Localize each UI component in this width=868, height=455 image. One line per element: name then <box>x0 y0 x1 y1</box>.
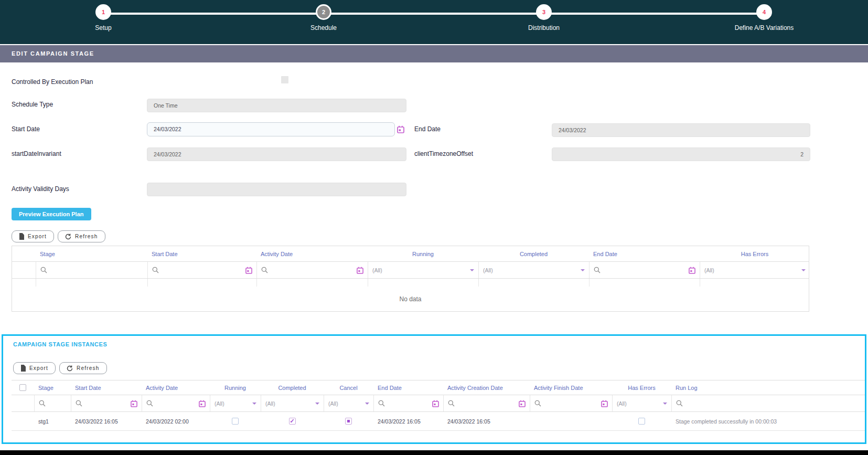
select-all-checkbox[interactable] <box>19 384 26 391</box>
filter-activity-date[interactable] <box>256 262 368 278</box>
step-number: 2 <box>322 9 325 15</box>
search-icon <box>534 400 541 407</box>
step-schedule[interactable]: 2 Schedule <box>282 4 366 31</box>
column-header-running[interactable]: Running <box>210 385 261 391</box>
filter-run-log[interactable] <box>671 395 865 411</box>
calendar-icon[interactable] <box>519 400 526 407</box>
filter-end-date[interactable] <box>373 395 443 411</box>
controlled-by-execution-plan-checkbox[interactable] <box>281 76 288 83</box>
column-header-start-date[interactable]: Start Date <box>147 251 256 257</box>
filter-activity-finish-date[interactable] <box>530 395 612 411</box>
refresh-icon <box>65 234 71 240</box>
client-timezone-offset-label: clientTimezoneOffset <box>414 150 473 157</box>
start-date-invariant-input: 24/03/2022 <box>147 147 406 161</box>
filter-running-select[interactable]: (All) <box>210 395 261 411</box>
column-header-has-errors[interactable]: Has Errors <box>612 385 671 391</box>
column-header-end-date[interactable]: End Date <box>589 251 700 257</box>
filter-running-select[interactable]: (All) <box>368 262 478 278</box>
calendar-icon[interactable] <box>601 400 608 407</box>
filter-has-errors-select[interactable]: (All) <box>700 262 810 278</box>
step-circle[interactable]: 1 <box>95 4 111 20</box>
activity-validity-days-input <box>147 183 406 196</box>
filter-stage[interactable] <box>34 395 71 411</box>
refresh-button[interactable]: Refresh <box>58 230 105 242</box>
column-header-stage[interactable]: Stage <box>34 385 71 391</box>
filter-start-date[interactable] <box>71 395 142 411</box>
search-icon <box>594 267 601 273</box>
column-header-completed[interactable]: Completed <box>261 385 324 391</box>
filter-completed-select[interactable]: (All) <box>478 262 589 278</box>
calendar-icon[interactable] <box>357 267 363 274</box>
cell-cancel <box>324 418 373 425</box>
search-icon <box>76 400 82 407</box>
empty-filter-cell <box>12 262 36 278</box>
filter-activity-creation-date[interactable] <box>443 395 530 411</box>
column-header-activity-date[interactable]: Activity Date <box>256 251 368 257</box>
calendar-icon[interactable] <box>199 400 206 407</box>
calendar-icon[interactable] <box>432 400 439 407</box>
export-button[interactable]: Export <box>12 230 54 242</box>
step-circle[interactable]: 3 <box>536 4 552 20</box>
refresh-icon <box>67 365 73 372</box>
select-all-cell[interactable] <box>12 384 34 391</box>
export-label: Export <box>29 365 48 371</box>
column-header-activity-finish-date[interactable]: Activity Finish Date <box>530 385 612 391</box>
plan-table-toolbar: Export Refresh <box>12 230 105 242</box>
step-circle[interactable]: 4 <box>756 4 772 20</box>
step-circle[interactable]: 2 <box>316 4 331 20</box>
calendar-icon[interactable] <box>131 400 137 407</box>
schedule-type-input: One Time <box>147 99 406 112</box>
instances-grid: Stage Start Date Activity Date Running C… <box>12 380 865 431</box>
campaign-stage-instances-section: CAMPAIGN STAGE INSTANCES Export Refresh … <box>2 334 866 444</box>
column-header-activity-date[interactable]: Activity Date <box>142 385 210 391</box>
grid-filter-row: (All) (All) (All) (All) <box>12 395 865 412</box>
step-distribution[interactable]: 3 Distribution <box>502 4 586 31</box>
filter-end-date[interactable] <box>589 262 700 278</box>
start-date-invariant-label: startDateInvariant <box>12 150 61 157</box>
stepper-connector-line <box>103 13 764 15</box>
refresh-label: Refresh <box>77 365 99 371</box>
filter-stage[interactable] <box>36 262 147 278</box>
step-define-ab-variations[interactable]: 4 Define A/B Variations <box>722 4 806 31</box>
campaign-stage-instances-title: CAMPAIGN STAGE INSTANCES <box>13 341 107 347</box>
filter-cancel-select[interactable]: (All) <box>324 395 373 411</box>
step-setup[interactable]: 1 Setup <box>61 4 145 31</box>
column-header-run-log[interactable]: Run Log <box>671 385 865 391</box>
column-header-running[interactable]: Running <box>368 251 478 257</box>
filter-activity-date[interactable] <box>142 395 210 411</box>
chevron-down-icon <box>470 269 474 271</box>
grid-filter-row: (All) (All) (All) <box>12 262 809 279</box>
execution-plan-grid: Stage Start Date Activity Date Running C… <box>12 246 809 312</box>
filter-start-date[interactable] <box>147 262 256 278</box>
calendar-icon[interactable] <box>689 267 695 274</box>
step-number: 1 <box>102 9 105 15</box>
column-header-completed[interactable]: Completed <box>478 251 589 257</box>
column-header-end-date[interactable]: End Date <box>373 385 443 391</box>
column-header-cancel[interactable]: Cancel <box>324 385 373 391</box>
column-header-activity-creation-date[interactable]: Activity Creation Date <box>443 385 530 391</box>
cell-run-log: Stage completed successfully in 00:00:03 <box>671 418 865 425</box>
column-header-start-date[interactable]: Start Date <box>71 385 142 391</box>
table-row[interactable]: stg1 24/03/2022 16:05 24/03/2022 02:00 ✓… <box>12 412 865 431</box>
export-file-icon <box>20 365 26 372</box>
empty-filter-cell <box>12 395 34 411</box>
wizard-header: 1 Setup 2 Schedule 3 Distribution 4 Defi… <box>0 0 868 44</box>
column-header-has-errors[interactable]: Has Errors <box>700 251 810 257</box>
calendar-icon[interactable] <box>245 267 252 274</box>
start-date-input[interactable]: 24/03/2022 <box>147 122 395 136</box>
calendar-icon[interactable] <box>397 125 404 133</box>
cell-start-date: 24/03/2022 16:05 <box>71 418 142 425</box>
column-header-stage[interactable]: Stage <box>36 251 147 257</box>
refresh-button[interactable]: Refresh <box>59 362 106 374</box>
checkbox-unchecked <box>638 418 645 425</box>
cell-stage: stg1 <box>34 418 71 425</box>
preview-execution-plan-button[interactable]: Preview Execution Plan <box>12 208 91 220</box>
search-icon <box>676 400 683 407</box>
page-title: EDIT CAMPAIGN STAGE <box>0 45 868 62</box>
search-icon <box>261 267 268 273</box>
search-icon <box>448 400 455 407</box>
edit-campaign-stage-page: 1 Setup 2 Schedule 3 Distribution 4 Defi… <box>0 0 868 455</box>
export-button[interactable]: Export <box>13 362 56 374</box>
filter-has-errors-select[interactable]: (All) <box>612 395 671 411</box>
filter-completed-select[interactable]: (All) <box>261 395 324 411</box>
